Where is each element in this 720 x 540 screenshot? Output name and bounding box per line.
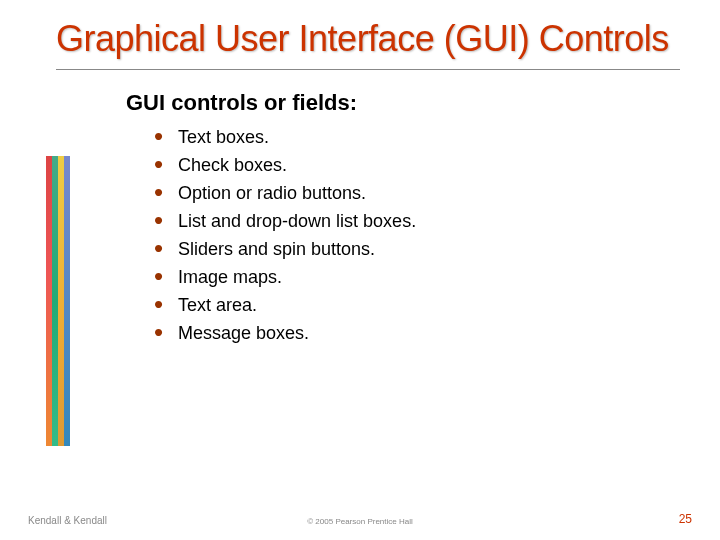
- slide-title: Graphical User Interface (GUI) Controls: [56, 18, 680, 59]
- list-item: Message boxes.: [154, 320, 680, 348]
- footer-author: Kendall & Kendall: [28, 515, 107, 526]
- list-item: Text boxes.: [154, 124, 680, 152]
- bullet-list: Text boxes. Check boxes. Option or radio…: [154, 124, 680, 347]
- content-block: GUI controls or fields: Text boxes. Chec…: [126, 90, 680, 347]
- footer-copyright: © 2005 Pearson Prentice Hall: [307, 517, 413, 526]
- list-item: Option or radio buttons.: [154, 180, 680, 208]
- footer-page-number: 25: [679, 512, 692, 526]
- content-subhead: GUI controls or fields:: [126, 90, 680, 116]
- stripe-blue: [64, 156, 70, 446]
- list-item: Check boxes.: [154, 152, 680, 180]
- list-item: Text area.: [154, 292, 680, 320]
- slide: Graphical User Interface (GUI) Controls …: [0, 0, 720, 540]
- list-item: List and drop-down list boxes.: [154, 208, 680, 236]
- list-item: Sliders and spin buttons.: [154, 236, 680, 264]
- list-item: Image maps.: [154, 264, 680, 292]
- title-rule: [56, 69, 680, 70]
- decorative-stripe: [46, 156, 70, 446]
- footer: Kendall & Kendall © 2005 Pearson Prentic…: [0, 512, 720, 526]
